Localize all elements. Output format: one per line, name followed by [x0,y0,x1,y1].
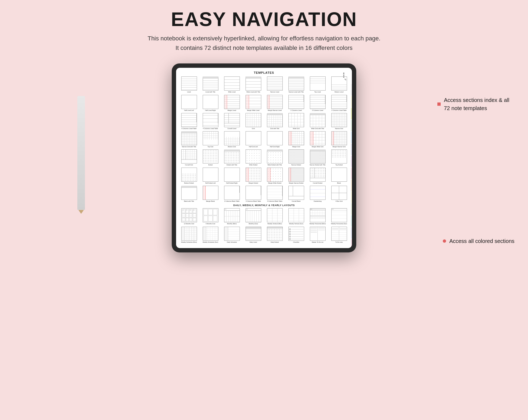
template-4col-lined-table[interactable]: 4 Columns Lined Table [200,113,221,130]
template-dotted[interactable]: Dotted [200,149,221,166]
tab-6[interactable]: 6 [351,144,352,155]
edit-icon[interactable]: ✎ [344,78,346,81]
template-cornell-lined[interactable]: Cornell Lined [222,113,242,130]
template-half-lined-left[interactable]: Half Lined Left [179,95,199,111]
template-top-lined[interactable]: Top Lined [307,76,328,93]
template-lined[interactable]: Lined [179,76,199,93]
label-margin-wide-lined: Margin Wide Lined [247,110,260,111]
template-margin-wide-grid[interactable]: Margin Wide Grid [307,131,328,148]
label-wide-grid-title: Wide Grid with Title [311,128,324,130]
tab-11[interactable]: 11 [351,203,352,215]
thumb-2col-lined-table [331,95,347,109]
template-3col-lined-table[interactable]: 3 Columns Lined Table [179,113,199,130]
template-half-dotted-left[interactable]: Half Dotted Left [200,168,221,184]
tab-4[interactable]: 4 [351,120,352,131]
template-half-grid-right[interactable]: Half Grid Right [265,131,285,148]
tab-13[interactable]: 13 [351,227,352,239]
thumb-weekly-h-mon: MON [310,208,326,222]
template-margin-narrow-lined[interactable]: Margin Narrow Lined [265,95,285,111]
template-grid-row5: Cornell Grid Dotted Dotted with Title Wi… [179,149,349,166]
thumb-top-lined [310,76,326,91]
layout-todo-lists[interactable]: To Do Lists [329,227,349,243]
template-lined-title[interactable]: Lined with Title [200,76,221,93]
layout-monthly-mon[interactable]: MON [222,208,242,225]
template-half-dotted-right[interactable]: Half Dotted Right [222,168,242,184]
template-top-grid[interactable]: Top Grid [200,131,221,148]
tablet-device: ✎ 1 2 3 4 5 6 7 8 9 10 11 12 13 14 15 16 [172,63,356,252]
template-bottom-dotted[interactable]: Bottom Dotted [179,168,199,184]
template-2col-lined[interactable]: 2 Columns Lined [286,95,306,111]
template-margin-wide-lined[interactable]: Margin Wide Lined [243,95,263,111]
tab-7[interactable]: 7 [351,156,352,167]
layout-6months[interactable]: 6 Months Grid [200,208,221,225]
tab-9[interactable]: 9 [351,179,352,191]
layout-daily-schedule[interactable]: Daily Schedule [222,227,242,243]
template-narrow-grid-title[interactable]: Narrow Grid with Title [179,131,199,148]
thumb-wide-lined-title [246,76,261,91]
thumb-half-lined-right [203,95,218,109]
template-2col-blank[interactable]: 2 Columns Blank Table [222,186,242,202]
template-bottom-grid[interactable]: Bottom Grid [222,131,242,148]
template-margin-lined[interactable]: Margin Lined [222,95,242,111]
template-wide-grid-title[interactable]: Wide Grid with Title [307,113,328,130]
tab-5[interactable]: 5 [351,132,352,143]
template-4col-blank[interactable]: 4 Columns Blank Table [265,186,285,202]
template-grid-title[interactable]: Grid with Title [265,113,285,130]
tab-2[interactable]: 2 [351,96,352,107]
template-top-dotted[interactable]: Top Dotted [329,149,349,166]
template-wide-dotted[interactable]: Wide Dotted [243,149,263,166]
template-narrow-lined[interactable]: Narrow Lined [265,76,285,93]
template-3col-lined[interactable]: 3 Columns Lined [307,95,328,111]
template-blank[interactable]: Blank [329,168,349,184]
template-margin-narrow-grid[interactable]: Margin Narrow Grid [329,131,349,148]
layout-monthly-sun[interactable]: SUN Monthly (Sun) [243,208,263,225]
template-wide-lined-title[interactable]: Wide Lined with Title [243,76,263,93]
template-wide-dotted-title[interactable]: Wide Dotted with Title [265,149,285,166]
template-blank-title[interactable]: Blank with Title [179,186,199,202]
layout-weekly-schedule-sun[interactable]: Weekly Schedule (Sun) [200,227,221,243]
template-2col-lined-table[interactable]: 2 Columns Lined Table [329,95,349,111]
layout-12months[interactable]: Jan Feb Mar Apr [179,208,199,225]
template-narrow-lined-title[interactable]: Narrow Lined with Title [286,76,306,93]
template-margin-blank[interactable]: Margin Blank [200,186,221,202]
template-cornell-blank[interactable]: Cornell Blank [286,186,306,202]
template-grid[interactable]: Grid [243,113,263,130]
layout-daily-lined[interactable]: Daily Lined [243,227,263,243]
label-narrow-grid-title: Narrow Grid with Title [182,146,196,148]
template-narrow-dotted[interactable]: Narrow Dotted [286,149,306,166]
template-cornell-dotted[interactable]: Cornell Dotted [307,168,328,184]
template-half-lined-right[interactable]: Half Lined Right [200,95,221,111]
layout-master-todo[interactable]: Master To Do List [307,227,328,243]
template-wide-lined[interactable]: Wide Lined [222,76,242,93]
template-margin-dotted[interactable]: Margin Dotted [243,168,263,184]
tab-14[interactable]: 14 [351,239,352,248]
layout-weekly-schedule-mon[interactable]: Weekly Schedule (Mon) [179,227,199,243]
template-half-grid-left[interactable]: Half Grid Left [243,131,263,148]
template-narrow-grid[interactable]: Narrow Grid [329,113,349,130]
tab-10[interactable]: 10 [351,191,352,203]
template-margin-narrow-dotted[interactable]: Margin Narrow Dotted [286,168,306,184]
layout-weekly-v-sun[interactable]: Weekly Vertical (Sun) [286,208,306,225]
label-weekly-h-mon: Weekly Horizontal (Mon) [309,223,326,225]
layout-checklist[interactable]: Checklist [286,227,306,243]
tab-12[interactable]: 12 [351,215,352,227]
template-margin-grid[interactable]: Margin Grid [286,131,306,148]
tablet-screen: ✎ 1 2 3 4 5 6 7 8 9 10 11 12 13 14 15 16 [176,68,352,248]
tab-3[interactable]: 3 [351,108,352,119]
layout-weekly-h-sun[interactable]: SUN Weekly Horizontal (Sun) [329,208,349,225]
template-cornell-grid[interactable]: Cornell Grid [179,149,199,166]
template-4box[interactable]: 4 Box Grid [329,186,349,202]
layout-daily-dotted[interactable]: Daily Dotted [265,227,285,243]
annotation-bottom-right-container: Access all colored sections [443,237,514,245]
tab-8[interactable]: 8 [351,168,352,179]
template-handwriting[interactable]: Handwriting [307,186,328,202]
layout-weekly-h-mon[interactable]: MON Weekly Horizontal (Mon) [307,208,328,225]
tab-1[interactable]: 1 [351,84,352,95]
template-dotted-title[interactable]: Dotted with Title [222,149,242,166]
template-3col-blank[interactable]: 3 Columns Blank Table [243,186,263,202]
template-margin-wide-dotted[interactable]: Margin Wide Dotted [265,168,285,184]
layout-weekly-v-mon[interactable]: Weekly Vertical (Mon) [265,208,285,225]
thumb-margin-grid [288,131,304,145]
template-narrow-dotted-title[interactable]: Narrow Dotted with Title [307,149,328,166]
template-wide-grid[interactable]: Wide Grid [286,113,306,130]
